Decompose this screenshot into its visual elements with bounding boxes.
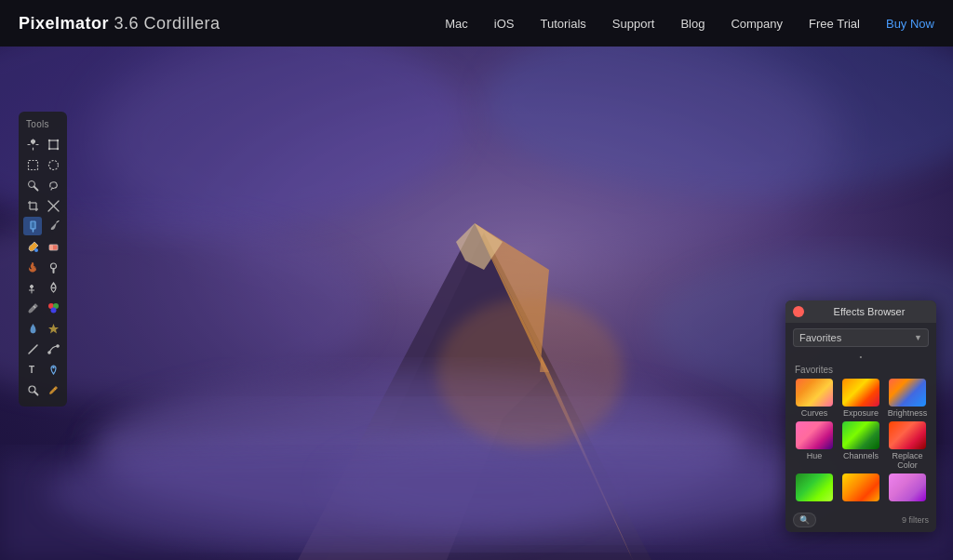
nav-ios[interactable]: iOS <box>494 17 515 31</box>
svg-rect-18 <box>49 140 58 149</box>
effects-dot-indicator: • <box>785 353 936 361</box>
tool-ellipse-select[interactable] <box>44 155 62 174</box>
tool-line[interactable] <box>23 340 42 358</box>
effect-brightness[interactable]: Brightness <box>886 379 929 418</box>
effect-row3-3[interactable] <box>886 473 929 503</box>
tool-row <box>22 155 63 174</box>
svg-line-48 <box>29 345 37 353</box>
effects-browser-title: Effects Browser <box>810 306 929 317</box>
tool-lasso[interactable] <box>44 176 62 194</box>
tools-panel-title: Tools <box>22 117 63 135</box>
svg-rect-31 <box>31 221 35 229</box>
effects-count: 9 filters <box>902 515 929 525</box>
nav-support[interactable]: Support <box>612 17 655 31</box>
effects-search[interactable]: 🔍 <box>793 513 816 527</box>
tool-row <box>22 340 63 358</box>
tool-zoom[interactable] <box>23 380 42 399</box>
tool-move[interactable] <box>23 135 42 153</box>
tool-rect-select[interactable] <box>23 155 42 174</box>
tool-crop[interactable] <box>23 196 42 215</box>
tool-heal[interactable] <box>44 278 62 297</box>
effects-section-label: Favorites <box>785 363 936 379</box>
tool-color-picker[interactable] <box>44 299 62 317</box>
effect-label-brightness: Brightness <box>888 408 928 418</box>
tool-dodge[interactable] <box>44 258 62 276</box>
svg-point-50 <box>56 344 58 346</box>
nav-company[interactable]: Company <box>731 17 783 31</box>
tool-water-drop[interactable] <box>23 319 42 338</box>
nav-tutorials[interactable]: Tutorials <box>540 17 585 31</box>
tool-anchor[interactable] <box>44 360 62 379</box>
nav-free-trial[interactable]: Free Trial <box>809 17 860 31</box>
search-icon: 🔍 <box>799 515 810 525</box>
tool-brush[interactable] <box>44 217 62 235</box>
svg-point-22 <box>56 147 58 149</box>
effect-label-curves: Curves <box>801 408 828 418</box>
tool-paint-bucket[interactable] <box>23 237 42 256</box>
effect-label-exposure: Exposure <box>843 408 879 418</box>
tool-pen[interactable] <box>23 217 42 235</box>
effects-footer: 🔍 9 filters <box>785 509 936 532</box>
tool-row <box>22 176 63 194</box>
tool-row <box>22 217 63 235</box>
tool-eyedropper2[interactable] <box>44 380 62 399</box>
effects-browser-header: Effects Browser <box>785 300 936 323</box>
effect-thumb-curves <box>796 379 833 407</box>
svg-marker-47 <box>48 324 59 334</box>
effects-close-button[interactable] <box>793 306 804 317</box>
effect-curves[interactable]: Curves <box>793 379 836 418</box>
nav-blog[interactable]: Blog <box>680 17 705 31</box>
nav-mac[interactable]: Mac <box>445 17 468 31</box>
tool-row <box>22 278 63 297</box>
tool-row <box>22 319 63 338</box>
tool-row <box>22 237 63 256</box>
tool-clone[interactable] <box>23 278 42 297</box>
effect-label-hue: Hue <box>807 451 823 460</box>
svg-line-26 <box>34 186 37 190</box>
effect-thumb-channels <box>842 421 879 449</box>
logo-app-name: Pixelmator <box>19 14 109 33</box>
effects-dropdown-value: Favorites <box>799 332 841 343</box>
effect-thumb-row3b <box>842 473 879 501</box>
effect-replace-color[interactable]: Replace Color <box>886 421 929 470</box>
effect-thumb-row3c <box>889 473 926 501</box>
nav-buy-now[interactable]: Buy Now <box>886 17 934 31</box>
tool-row <box>22 380 63 399</box>
tool-magic-wand[interactable] <box>23 176 42 194</box>
chevron-down-icon: ▼ <box>914 333 922 342</box>
svg-point-46 <box>50 307 56 313</box>
tool-shape[interactable] <box>44 319 62 338</box>
navbar: Pixelmator 3.6 Cordillera Mac iOS Tutori… <box>0 0 953 47</box>
tool-eyedropper[interactable] <box>23 299 42 317</box>
svg-rect-36 <box>49 245 53 250</box>
tool-row <box>22 196 63 215</box>
effect-exposure[interactable]: Exposure <box>839 379 882 418</box>
effects-dropdown[interactable]: Favorites ▼ <box>793 328 929 347</box>
svg-rect-23 <box>28 160 37 169</box>
effect-hue[interactable]: Hue <box>793 421 836 470</box>
tool-row <box>22 258 63 276</box>
effect-row3-1[interactable] <box>793 473 836 503</box>
tool-row <box>22 299 63 317</box>
svg-point-19 <box>47 139 49 140</box>
tool-transform[interactable] <box>44 135 62 153</box>
effect-thumb-row3a <box>796 473 833 501</box>
effect-thumb-replace-color <box>889 421 926 449</box>
effect-label-channels: Channels <box>843 451 879 460</box>
svg-point-49 <box>47 351 49 353</box>
tool-burn[interactable] <box>23 258 42 276</box>
effects-grid: Curves Exposure Brightness Hue Channels … <box>785 379 936 509</box>
effects-browser: Effects Browser Favorites ▼ • Favorites … <box>785 300 936 532</box>
svg-point-34 <box>34 248 38 252</box>
effect-row3-2[interactable] <box>839 473 882 503</box>
svg-point-20 <box>56 139 58 140</box>
tool-eraser[interactable] <box>44 237 62 256</box>
effect-channels[interactable]: Channels <box>839 421 882 470</box>
svg-line-54 <box>34 392 38 395</box>
nav-links: Mac iOS Tutorials Support Blog Company F… <box>445 17 934 31</box>
tool-slice[interactable] <box>44 196 62 215</box>
tool-vector-line[interactable] <box>44 340 62 358</box>
tool-text[interactable]: T <box>23 360 42 379</box>
effect-thumb-brightness <box>889 379 926 407</box>
tool-row <box>22 135 63 153</box>
